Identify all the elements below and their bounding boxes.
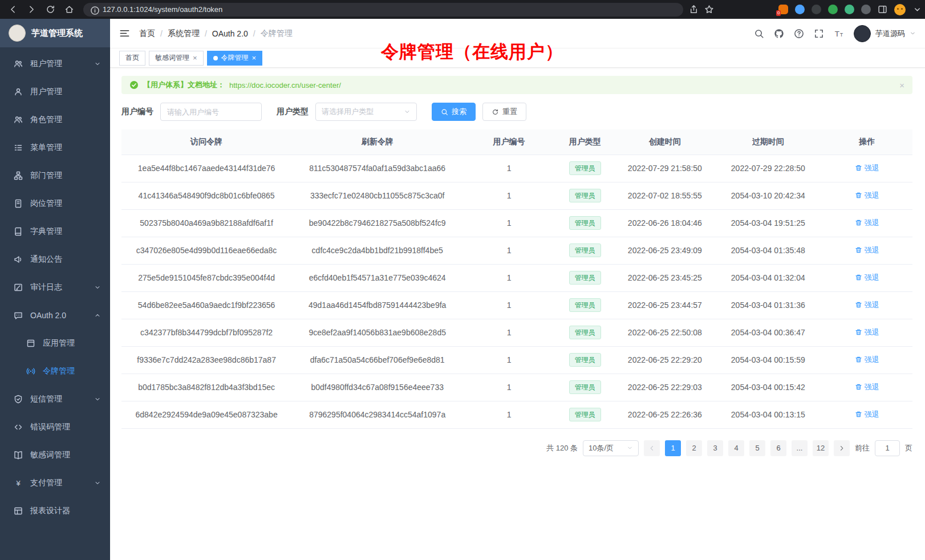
select-placeholder: 请选择用户类型 [322, 107, 374, 117]
user-id-input[interactable] [160, 103, 262, 121]
sidebar-item-oauth2[interactable]: OAuth 2.0 [0, 301, 110, 329]
sidebar-item-report-designer[interactable]: 报表设计器 [0, 497, 110, 525]
extension-dark-icon[interactable] [812, 5, 821, 14]
github-icon[interactable] [774, 29, 784, 39]
app-logo[interactable]: 芋道管理系统 [0, 19, 110, 47]
close-icon[interactable]: × [899, 81, 904, 90]
sidebar-item-label: 通知公告 [30, 254, 62, 265]
total-count: 共 120 条 [546, 443, 578, 453]
site-info-icon[interactable] [90, 6, 98, 14]
sidebar-item-user[interactable]: 用户管理 [0, 78, 110, 105]
access-token-cell: f9336e7c7dd242a283ee98dc86b17a87 [121, 346, 291, 374]
access-token-cell: 275e5de9151045fe87cbdc395e004f4d [121, 264, 291, 291]
create-time-cell: 2022-06-26 18:04:46 [615, 209, 715, 237]
sidebar-item-sensitive-word[interactable]: 敏感词管理 [0, 441, 110, 469]
tab-token[interactable]: 令牌管理 × [207, 51, 263, 66]
user-icon [14, 87, 23, 96]
page-button-last[interactable]: 12 [813, 440, 829, 456]
extension-vue-icon[interactable] [845, 5, 854, 14]
collapse-menu-icon[interactable] [119, 28, 130, 39]
force-logout-label: 强退 [865, 190, 879, 201]
user-id-cell: 1 [463, 155, 555, 182]
force-logout-button[interactable]: 强退 [855, 245, 879, 255]
page-button-5[interactable]: 5 [749, 440, 765, 456]
page-button-1[interactable]: 1 [665, 440, 681, 456]
tab-home[interactable]: 首页 [119, 51, 145, 66]
browser-menu-caret-icon[interactable] [912, 5, 919, 14]
force-logout-button[interactable]: 强退 [855, 327, 879, 338]
sidebar-item-menu[interactable]: 菜单管理 [0, 133, 110, 161]
page-size-select[interactable]: 10条/页 [583, 440, 639, 456]
breadcrumb-home[interactable]: 首页 [139, 29, 155, 39]
sidebar-item-tenant[interactable]: 租户管理 [0, 50, 110, 78]
force-logout-button[interactable]: 强退 [855, 355, 879, 365]
extension-gray-icon[interactable] [861, 5, 871, 14]
user-type-select[interactable]: 请选择用户类型 [315, 103, 417, 121]
page-button-6[interactable]: 6 [770, 440, 786, 456]
browser-profile-avatar[interactable] [894, 4, 906, 15]
sidebar-item-role[interactable]: 角色管理 [0, 105, 110, 133]
yen-icon: ¥ [14, 478, 23, 488]
breadcrumb-system[interactable]: 系统管理 [168, 29, 200, 39]
search-button[interactable]: 搜索 [432, 103, 476, 121]
user-menu[interactable]: 芋道源码 [854, 25, 916, 42]
url-bar[interactable]: 127.0.0.1:1024/system/oauth2/token [83, 3, 683, 17]
force-logout-button[interactable]: 强退 [855, 409, 879, 420]
close-icon[interactable]: × [252, 54, 257, 62]
extension-blue-icon[interactable] [795, 5, 805, 14]
help-icon[interactable] [794, 29, 804, 39]
sidebar: 芋道管理系统 租户管理 用户管理 角色管理 菜单管理 部门管理 [0, 19, 110, 560]
col-user-type: 用户类型 [555, 129, 615, 155]
doc-link[interactable]: https://doc.iocoder.cn/user-center/ [229, 81, 341, 90]
page-ellipsis-button[interactable]: ... [792, 440, 808, 456]
force-logout-button[interactable]: 强退 [855, 218, 879, 228]
home-icon[interactable] [64, 5, 74, 14]
page-button-4[interactable]: 4 [728, 440, 744, 456]
create-time-cell: 2022-06-25 22:50:08 [615, 319, 715, 346]
user-id-cell: 1 [463, 374, 555, 401]
tab-sensitive-word[interactable]: 敏感词管理 × [149, 51, 204, 66]
sidebar-item-error-code[interactable]: 错误码管理 [0, 413, 110, 441]
force-logout-button[interactable]: 强退 [855, 163, 879, 173]
force-logout-label: 强退 [865, 382, 879, 392]
search-icon[interactable] [754, 29, 764, 39]
prev-page-icon[interactable] [644, 440, 660, 456]
chevron-down-icon [404, 108, 411, 115]
user-id-label: 用户编号 [121, 107, 153, 117]
refresh-token-cell: be90422b8c7946218275a508bf524fc9 [291, 209, 463, 237]
back-icon[interactable] [8, 5, 18, 14]
sidebar-item-oauth2-token[interactable]: 令牌管理 [0, 357, 110, 385]
sidebar-item-sms[interactable]: 短信管理 [0, 385, 110, 413]
tab-label: 敏感词管理 [155, 53, 189, 63]
sidebar-item-dept[interactable]: 部门管理 [0, 161, 110, 189]
sidebar-item-dict[interactable]: 字典管理 [0, 217, 110, 245]
sidebar-item-payment[interactable]: ¥ 支付管理 [0, 469, 110, 497]
page-button-3[interactable]: 3 [707, 440, 723, 456]
fullscreen-icon[interactable] [814, 29, 824, 39]
font-size-icon[interactable]: TT [834, 29, 844, 39]
reset-button[interactable]: 重置 [482, 103, 526, 121]
extension-green-icon[interactable] [828, 5, 838, 14]
force-logout-button[interactable]: 强退 [855, 273, 879, 283]
forward-icon[interactable] [27, 5, 36, 14]
sidebar-item-post[interactable]: 岗位管理 [0, 189, 110, 217]
side-panel-icon[interactable] [878, 5, 887, 14]
page-button-2[interactable]: 2 [686, 440, 702, 456]
bookmark-star-icon[interactable] [704, 5, 714, 14]
sidebar-item-oauth2-app[interactable]: 应用管理 [0, 329, 110, 357]
share-icon[interactable] [689, 5, 699, 14]
force-logout-button[interactable]: 强退 [855, 382, 879, 392]
goto-page-input[interactable] [875, 440, 900, 456]
access-token-cell: 502375b8040a469a9b82188afdf6af1f [121, 209, 291, 237]
force-logout-button[interactable]: 强退 [855, 300, 879, 310]
reload-icon[interactable] [46, 5, 55, 14]
force-logout-button[interactable]: 强退 [855, 190, 879, 201]
close-icon[interactable]: × [193, 54, 197, 62]
sidebar-menu: 租户管理 用户管理 角色管理 菜单管理 部门管理 岗位管理 [0, 47, 110, 560]
sidebar-item-notice[interactable]: 通知公告 [0, 245, 110, 273]
breadcrumb-separator: / [160, 29, 163, 38]
sidebar-item-audit-log[interactable]: 审计日志 [0, 273, 110, 301]
breadcrumb-oauth2[interactable]: OAuth 2.0 [212, 29, 248, 38]
extension-badged-icon[interactable]: 0 [778, 5, 788, 14]
next-page-icon[interactable] [834, 440, 850, 456]
